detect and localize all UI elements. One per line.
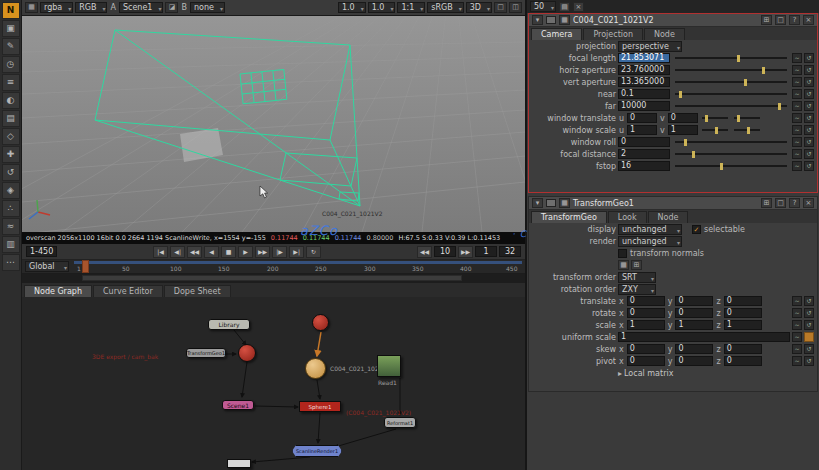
clear-panels-icon[interactable]: × bbox=[573, 2, 584, 12]
timeline-scrollbar[interactable] bbox=[22, 274, 525, 283]
lock-panels-icon[interactable]: ▤ bbox=[559, 2, 570, 12]
transform-order-dropdown[interactable]: SRT bbox=[618, 272, 656, 283]
play-backward-button[interactable]: ◀ bbox=[204, 246, 219, 258]
window-translate-u-field[interactable]: 0 bbox=[627, 113, 657, 123]
skip-forward-button[interactable]: ▶▶ bbox=[458, 246, 473, 258]
node-axis[interactable] bbox=[312, 314, 329, 331]
animation-menu-icon[interactable]: ~ bbox=[792, 101, 802, 111]
revert-icon[interactable]: ↺ bbox=[804, 137, 814, 147]
tab-node[interactable]: Node bbox=[648, 211, 689, 223]
tab-projection[interactable]: Projection bbox=[583, 28, 643, 40]
gamma-field[interactable]: 1.0 bbox=[368, 2, 396, 13]
scale-y-field[interactable]: 1 bbox=[675, 320, 713, 330]
node-camera[interactable] bbox=[305, 358, 326, 379]
node-library[interactable]: Library bbox=[208, 319, 250, 330]
animation-menu-icon[interactable]: ~ bbox=[792, 113, 802, 123]
revert-icon[interactable]: ↺ bbox=[804, 89, 814, 99]
transform-icon[interactable]: ↺ bbox=[2, 164, 20, 181]
tab-curve-editor[interactable]: Curve Editor bbox=[93, 285, 163, 297]
loop-button[interactable]: ↻ bbox=[306, 246, 321, 258]
local-matrix-toggle[interactable]: Local matrix bbox=[624, 369, 673, 378]
animation-menu-icon[interactable]: ~ bbox=[792, 89, 802, 99]
to-start-button[interactable]: |◀ bbox=[153, 246, 168, 258]
animation-menu-icon[interactable]: ~ bbox=[792, 125, 802, 135]
revert-icon[interactable]: ↺ bbox=[804, 296, 814, 306]
play-button[interactable]: ▶ bbox=[238, 246, 253, 258]
animation-menu-icon[interactable]: ~ bbox=[792, 356, 802, 366]
mini-slider[interactable] bbox=[702, 117, 728, 119]
focal-length-field[interactable]: 21.853071 bbox=[618, 53, 670, 63]
pivot-x-field[interactable]: 0 bbox=[627, 356, 665, 366]
fps-field[interactable]: 32 bbox=[499, 246, 521, 257]
deep-icon[interactable]: ≈ bbox=[2, 218, 20, 235]
revert-icon[interactable]: ↺ bbox=[804, 344, 814, 354]
channel-layer-dropdown[interactable]: rgba bbox=[40, 2, 73, 13]
tab-look[interactable]: Look bbox=[608, 211, 647, 223]
revert-icon[interactable]: ↺ bbox=[804, 77, 814, 87]
playhead[interactable] bbox=[82, 260, 89, 273]
current-frame-field[interactable]: 1 bbox=[475, 246, 497, 257]
animation-menu-icon[interactable]: ~ bbox=[792, 308, 802, 318]
pivot-z-field[interactable]: 0 bbox=[724, 356, 762, 366]
image-icon[interactable]: ▣ bbox=[2, 20, 20, 37]
draw-icon[interactable]: ✎ bbox=[2, 38, 20, 55]
frame-increment-field[interactable]: 10 bbox=[434, 246, 456, 257]
near-slider[interactable] bbox=[675, 93, 787, 95]
display-dropdown[interactable]: unchanged bbox=[618, 224, 682, 235]
tab-camera[interactable]: Camera bbox=[531, 28, 582, 40]
horiz-aperture-field[interactable]: 23.760000 bbox=[618, 65, 670, 75]
roi-icon[interactable]: □ bbox=[494, 2, 507, 13]
scale-x-field[interactable]: 1 bbox=[627, 320, 665, 330]
stop-button[interactable]: ■ bbox=[221, 246, 236, 258]
node-reformat[interactable]: Reformat1 bbox=[384, 417, 416, 428]
revert-icon[interactable]: ↺ bbox=[804, 149, 814, 159]
merge-icon[interactable]: ✚ bbox=[2, 146, 20, 163]
revert-icon[interactable]: ↺ bbox=[804, 53, 814, 63]
rotation-order-dropdown[interactable]: ZXY bbox=[618, 284, 656, 295]
pivot-y-field[interactable]: 0 bbox=[675, 356, 713, 366]
center-node-icon[interactable]: ⊞ bbox=[761, 198, 772, 208]
revert-icon[interactable]: ↺ bbox=[804, 113, 814, 123]
center-node-icon[interactable]: ⊞ bbox=[761, 15, 772, 25]
axis-align-icon[interactable]: ⊞ bbox=[631, 260, 642, 270]
timeline-ruler[interactable]: Global 1 50 100 150 200 250 300 350 400 … bbox=[22, 260, 525, 274]
skew-x-field[interactable]: 0 bbox=[627, 344, 665, 354]
animation-menu-icon[interactable]: ~ bbox=[792, 77, 802, 87]
views-icon[interactable]: ▥ bbox=[2, 236, 20, 253]
render-dropdown[interactable]: unchanged bbox=[618, 236, 682, 247]
transform-normals-checkbox[interactable] bbox=[618, 249, 627, 258]
scale-z-field[interactable]: 1 bbox=[724, 320, 762, 330]
fstop-slider[interactable] bbox=[675, 165, 787, 167]
node-scanline-render[interactable]: ScanlineRender1 bbox=[292, 445, 342, 457]
view-mode-dropdown[interactable]: 3D bbox=[466, 2, 492, 13]
slider-knob[interactable] bbox=[804, 332, 814, 342]
to-end-button[interactable]: ▶| bbox=[289, 246, 304, 258]
animation-menu-icon[interactable]: ~ bbox=[792, 296, 802, 306]
keyer-icon[interactable]: ◇ bbox=[2, 128, 20, 145]
scrollbar-handle[interactable] bbox=[82, 275, 462, 281]
display-channels-dropdown[interactable]: RGB bbox=[75, 2, 107, 13]
animation-menu-icon[interactable]: ~ bbox=[792, 149, 802, 159]
help-icon[interactable]: ? bbox=[789, 198, 800, 208]
focal-distance-slider[interactable] bbox=[675, 153, 787, 155]
animation-menu-icon[interactable]: ~ bbox=[792, 137, 802, 147]
translate-x-field[interactable]: 0 bbox=[627, 296, 665, 306]
tab-dope-sheet[interactable]: Dope Sheet bbox=[164, 285, 231, 297]
far-field[interactable]: 10000 bbox=[618, 101, 670, 111]
revert-icon[interactable]: ↺ bbox=[804, 320, 814, 330]
animation-menu-icon[interactable]: ~ bbox=[792, 161, 802, 171]
animation-menu-icon[interactable]: ~ bbox=[792, 65, 802, 75]
near-field[interactable]: 0.1 bbox=[618, 89, 670, 99]
window-roll-slider[interactable] bbox=[675, 141, 787, 143]
revert-icon[interactable]: ↺ bbox=[804, 125, 814, 135]
mini-slider[interactable] bbox=[734, 129, 760, 131]
filter-icon[interactable]: ▤ bbox=[2, 110, 20, 127]
mini-slider[interactable] bbox=[702, 129, 728, 131]
skew-y-field[interactable]: 0 bbox=[675, 344, 713, 354]
tab-node-graph[interactable]: Node Graph bbox=[24, 285, 92, 297]
animation-menu-icon[interactable]: ~ bbox=[792, 320, 802, 330]
colorspace-dropdown[interactable]: sRGB bbox=[427, 2, 463, 13]
next-keyframe-button[interactable]: |▶ bbox=[272, 246, 287, 258]
animation-menu-icon[interactable]: ~ bbox=[792, 332, 802, 342]
revert-icon[interactable]: ↺ bbox=[804, 356, 814, 366]
